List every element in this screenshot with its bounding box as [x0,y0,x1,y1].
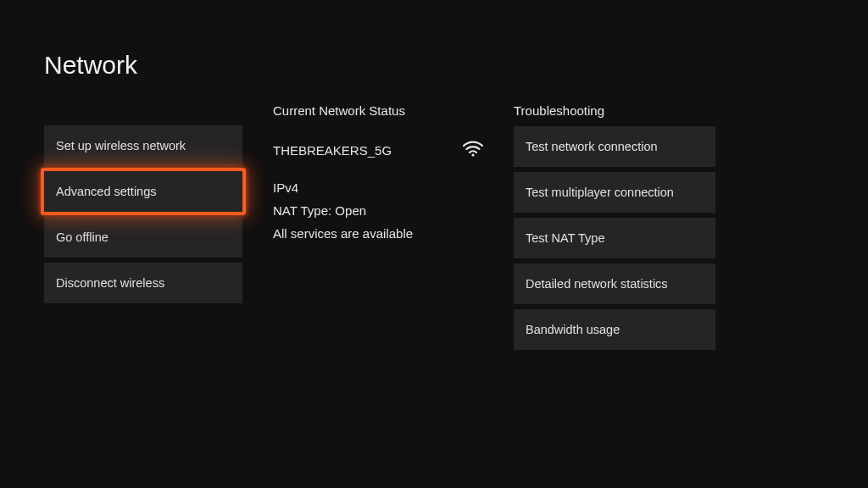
columns: Set up wireless network Advanced setting… [44,103,824,350]
ts-test-multiplayer-connection[interactable]: Test multiplayer connection [514,172,715,213]
nav-go-offline[interactable]: Go offline [44,217,242,258]
nav-advanced-settings[interactable]: Advanced settings [44,171,242,212]
network-status-panel: Current Network Status THEBREAKERS_5G IP… [273,103,483,249]
ts-item-label: Test NAT Type [526,231,605,245]
network-name: THEBREAKERS_5G [273,143,392,158]
ts-detailed-network-statistics[interactable]: Detailed network statistics [514,263,715,304]
ts-bandwidth-usage[interactable]: Bandwidth usage [514,309,715,350]
ts-item-label: Test network connection [526,140,658,153]
nav-disconnect-wireless[interactable]: Disconnect wireless [44,263,242,303]
ts-item-label: Test multiplayer connection [526,186,674,199]
ts-item-label: Detailed network statistics [526,277,668,291]
troubleshooting-header: Troubleshooting [514,103,715,118]
nav-item-label: Go offline [56,230,108,244]
left-nav: Set up wireless network Advanced setting… [44,103,242,303]
nav-item-label: Advanced settings [56,185,157,198]
ts-test-nat-type[interactable]: Test NAT Type [514,218,715,258]
troubleshooting-panel: Troubleshooting Test network connection … [514,103,715,350]
status-header: Current Network Status [273,103,483,118]
nav-setup-wireless[interactable]: Set up wireless network [44,125,242,166]
nat-type: NAT Type: Open [273,203,483,218]
services-status: All services are available [273,226,483,241]
nav-item-label: Set up wireless network [56,139,186,152]
svg-point-0 [471,153,474,156]
ts-item-label: Bandwidth usage [526,323,620,336]
ip-version: IPv4 [273,180,483,195]
troubleshooting-list: Test network connection Test multiplayer… [514,126,715,350]
nav-item-label: Disconnect wireless [56,276,164,290]
ts-test-network-connection[interactable]: Test network connection [514,126,715,167]
wifi-icon [463,140,483,160]
network-settings-screen: Network Set up wireless network Advanced… [0,0,868,488]
network-name-row: THEBREAKERS_5G [273,140,483,160]
page-title: Network [44,51,824,80]
